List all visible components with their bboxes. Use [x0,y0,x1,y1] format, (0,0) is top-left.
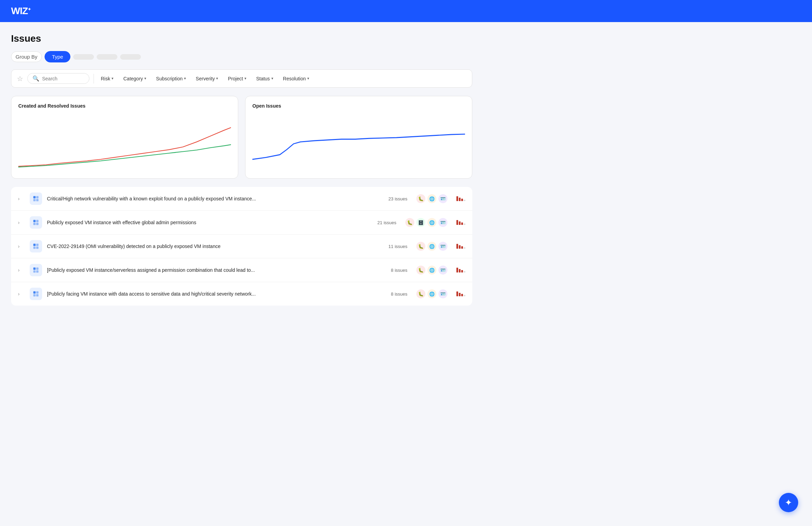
chevron-down-icon: ▾ [244,76,246,81]
chevron-down-icon: ▾ [307,76,309,81]
severity-bars [456,196,465,201]
svg-rect-7 [36,223,39,225]
issue-count: 21 issues [377,220,396,225]
issue-type-icon [30,264,42,276]
table-row: › [Publicly facing VM instance with data… [11,282,472,306]
svg-rect-4 [33,220,36,222]
chevron-down-icon: ▾ [184,76,186,81]
globe-icon: 🌐 [427,242,436,251]
svg-rect-19 [36,294,39,297]
filter-divider [94,74,94,83]
globe-icon: 🌐 [427,266,436,275]
id-icon: 🪪 [438,194,447,203]
open-issues-title: Open Issues [252,103,465,109]
expand-icon[interactable]: › [18,267,25,273]
search-input[interactable] [42,76,84,81]
filter-project[interactable]: Project ▾ [225,75,249,83]
issue-title: [Publicly facing VM instance with data a… [47,291,386,297]
expand-icon[interactable]: › [18,220,25,225]
issue-count: 23 issues [388,196,407,201]
issue-badges: 🐛 🌐 🪪 [416,242,447,251]
group-by-option-2[interactable] [73,54,94,60]
svg-rect-3 [36,199,39,201]
bug-icon: 🐛 [416,194,425,203]
bug-icon: 🐛 [405,218,414,227]
filter-status[interactable]: Status ▾ [253,75,276,83]
expand-icon[interactable]: › [18,291,25,297]
group-by-bar: Group By Type [11,51,472,62]
created-resolved-chart: Created and Resolved Issues [11,96,238,179]
svg-rect-14 [33,270,36,273]
issue-type-icon [30,192,42,205]
wiz-logo: WIZ✦ [11,6,31,17]
issue-badges: 🐛 🌐 🪪 [416,266,447,275]
table-row: › [Publicly exposed VM instance/serverle… [11,258,472,282]
issue-title: [Publicly exposed VM instance/serverless… [47,267,386,273]
group-by-option-4[interactable] [120,54,141,60]
group-by-type[interactable]: Type [45,51,70,62]
group-by-option-3[interactable] [97,54,117,60]
svg-rect-13 [36,268,39,270]
filter-resolution[interactable]: Resolution ▾ [280,75,312,83]
top-header: WIZ✦ [0,0,812,22]
chevron-down-icon: ▾ [144,76,146,81]
filter-risk[interactable]: Risk ▾ [98,75,116,83]
created-resolved-title: Created and Resolved Issues [18,103,231,109]
svg-rect-11 [36,247,39,249]
issue-title: Critical/High network vulnerability with… [47,196,384,201]
issue-type-icon [30,288,42,300]
filter-severity[interactable]: Serverity ▾ [193,75,221,83]
svg-rect-12 [33,268,36,270]
page-title: Issues [11,33,472,44]
filter-subscription[interactable]: Subscription ▾ [153,75,189,83]
created-resolved-svg [18,113,231,175]
issue-badges: 🐛 🌐 🪪 [416,194,447,203]
chevron-down-icon: ▾ [271,76,273,81]
chevron-down-icon: ▾ [112,76,114,81]
open-issues-svg [252,113,465,175]
globe-icon: 🌐 [427,289,436,298]
table-row: › CVE-2022-29149 (OMI vulnerability) det… [11,235,472,258]
expand-icon[interactable]: › [18,196,25,201]
search-container: 🔍 [27,73,89,84]
svg-rect-6 [33,223,36,225]
issue-count: 8 issues [391,268,407,273]
severity-bars [456,268,465,272]
table-row: › Publicly exposed VM instance with effe… [11,211,472,235]
id-icon: 🪪 [438,289,447,298]
globe-icon: 🌐 [427,218,436,227]
favorite-icon[interactable]: ☆ [17,75,23,83]
svg-rect-0 [33,196,36,199]
bug-icon: 🐛 [416,266,425,275]
svg-rect-16 [33,291,36,294]
issue-type-icon [30,240,42,252]
db-icon: 🗄️ [416,218,425,227]
severity-bars [456,291,465,296]
expand-icon[interactable]: › [18,244,25,249]
globe-icon: 🌐 [427,194,436,203]
issue-title: CVE-2022-29149 (OMI vulnerability) detec… [47,244,384,249]
bug-icon: 🐛 [416,289,425,298]
id-icon: 🪪 [438,266,447,275]
svg-rect-8 [33,244,36,246]
charts-row: Created and Resolved Issues Open Issues [11,96,472,179]
id-icon: 🪪 [438,218,447,227]
svg-rect-15 [36,270,39,273]
svg-rect-9 [36,244,39,246]
id-icon: 🪪 [438,242,447,251]
wiz-star: ✦ [28,7,31,12]
svg-rect-10 [33,247,36,249]
svg-rect-2 [33,199,36,201]
issues-list: › Critical/High network vulnerability wi… [11,187,472,306]
table-row: › Critical/High network vulnerability wi… [11,187,472,211]
severity-bars [456,244,465,249]
bug-icon: 🐛 [416,242,425,251]
filter-category[interactable]: Category ▾ [120,75,149,83]
open-issues-chart: Open Issues [245,96,472,179]
svg-rect-1 [36,196,39,199]
issue-badges: 🐛 🗄️ 🌐 🪪 [405,218,447,227]
chevron-down-icon: ▾ [216,76,218,81]
issue-count: 11 issues [388,244,407,249]
svg-rect-17 [36,291,39,294]
svg-rect-18 [33,294,36,297]
